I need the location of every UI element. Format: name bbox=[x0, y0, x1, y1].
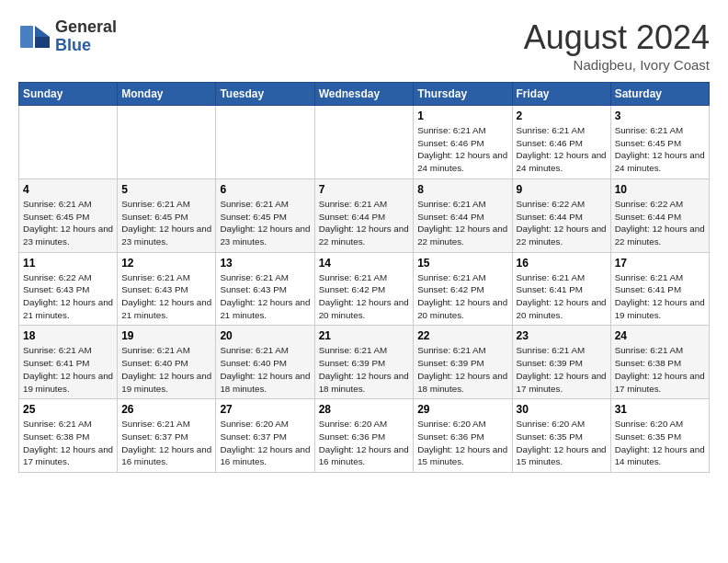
svg-marker-0 bbox=[35, 26, 50, 37]
day-number: 31 bbox=[615, 403, 705, 416]
calendar-cell: 4Sunrise: 6:21 AM Sunset: 6:45 PM Daylig… bbox=[19, 178, 118, 252]
calendar-week-row: 18Sunrise: 6:21 AM Sunset: 6:41 PM Dayli… bbox=[19, 326, 710, 399]
day-number: 3 bbox=[615, 109, 705, 122]
cell-content: Sunrise: 6:21 AM Sunset: 6:43 PM Dayligh… bbox=[220, 271, 310, 322]
calendar-cell: 29Sunrise: 6:20 AM Sunset: 6:36 PM Dayli… bbox=[414, 399, 512, 473]
calendar-cell: 12Sunrise: 6:21 AM Sunset: 6:43 PM Dayli… bbox=[118, 252, 216, 326]
day-number: 12 bbox=[121, 257, 211, 270]
cell-content: Sunrise: 6:20 AM Sunset: 6:37 PM Dayligh… bbox=[220, 418, 310, 468]
day-number: 20 bbox=[220, 329, 310, 342]
day-number: 24 bbox=[615, 329, 705, 342]
day-number: 5 bbox=[121, 183, 211, 196]
cell-content: Sunrise: 6:21 AM Sunset: 6:38 PM Dayligh… bbox=[615, 344, 705, 395]
day-number: 9 bbox=[517, 183, 607, 196]
month-year: August 2024 bbox=[524, 18, 710, 57]
cell-content: Sunrise: 6:20 AM Sunset: 6:36 PM Dayligh… bbox=[417, 418, 507, 468]
cell-content: Sunrise: 6:21 AM Sunset: 6:40 PM Dayligh… bbox=[121, 344, 211, 395]
cell-content: Sunrise: 6:21 AM Sunset: 6:46 PM Dayligh… bbox=[517, 124, 607, 175]
cell-content: Sunrise: 6:21 AM Sunset: 6:41 PM Dayligh… bbox=[615, 271, 705, 322]
day-of-week-header: Thursday bbox=[414, 83, 512, 106]
cell-content: Sunrise: 6:21 AM Sunset: 6:45 PM Dayligh… bbox=[23, 198, 113, 248]
day-number: 11 bbox=[23, 257, 113, 270]
calendar-cell: 21Sunrise: 6:21 AM Sunset: 6:39 PM Dayli… bbox=[314, 326, 414, 399]
calendar-cell: 24Sunrise: 6:21 AM Sunset: 6:38 PM Dayli… bbox=[610, 326, 709, 399]
calendar-cell: 30Sunrise: 6:20 AM Sunset: 6:35 PM Dayli… bbox=[512, 399, 610, 473]
calendar-cell: 11Sunrise: 6:22 AM Sunset: 6:43 PM Dayli… bbox=[19, 252, 118, 326]
cell-content: Sunrise: 6:21 AM Sunset: 6:44 PM Dayligh… bbox=[319, 198, 410, 248]
cell-content: Sunrise: 6:21 AM Sunset: 6:45 PM Dayligh… bbox=[121, 198, 211, 248]
cell-content: Sunrise: 6:21 AM Sunset: 6:39 PM Dayligh… bbox=[417, 344, 507, 395]
calendar-cell: 31Sunrise: 6:20 AM Sunset: 6:35 PM Dayli… bbox=[610, 399, 709, 473]
day-number: 21 bbox=[319, 329, 410, 342]
day-of-week-header: Monday bbox=[118, 83, 216, 106]
cell-content: Sunrise: 6:22 AM Sunset: 6:43 PM Dayligh… bbox=[23, 271, 113, 322]
day-number: 26 bbox=[121, 403, 211, 416]
cell-content: Sunrise: 6:20 AM Sunset: 6:35 PM Dayligh… bbox=[615, 418, 705, 468]
cell-content: Sunrise: 6:21 AM Sunset: 6:44 PM Dayligh… bbox=[417, 198, 507, 248]
cell-content: Sunrise: 6:22 AM Sunset: 6:44 PM Dayligh… bbox=[615, 198, 705, 248]
calendar-cell: 3Sunrise: 6:21 AM Sunset: 6:45 PM Daylig… bbox=[610, 106, 709, 179]
day-number: 13 bbox=[220, 257, 310, 270]
calendar-table: SundayMondayTuesdayWednesdayThursdayFrid… bbox=[18, 82, 710, 473]
cell-content: Sunrise: 6:20 AM Sunset: 6:35 PM Dayligh… bbox=[517, 418, 607, 468]
calendar-cell: 20Sunrise: 6:21 AM Sunset: 6:40 PM Dayli… bbox=[216, 326, 314, 399]
day-of-week-header: Friday bbox=[512, 83, 610, 106]
cell-content: Sunrise: 6:21 AM Sunset: 6:42 PM Dayligh… bbox=[319, 271, 410, 322]
calendar-cell: 10Sunrise: 6:22 AM Sunset: 6:44 PM Dayli… bbox=[610, 178, 709, 252]
calendar-cell: 25Sunrise: 6:21 AM Sunset: 6:38 PM Dayli… bbox=[19, 399, 118, 473]
cell-content: Sunrise: 6:21 AM Sunset: 6:43 PM Dayligh… bbox=[121, 271, 211, 322]
calendar-cell bbox=[19, 106, 118, 179]
day-of-week-header: Sunday bbox=[19, 83, 118, 106]
day-of-week-header: Tuesday bbox=[216, 83, 314, 106]
day-number: 29 bbox=[417, 403, 507, 416]
day-number: 28 bbox=[319, 403, 410, 416]
location: Nadigbeu, Ivory Coast bbox=[524, 57, 710, 73]
calendar-cell: 8Sunrise: 6:21 AM Sunset: 6:44 PM Daylig… bbox=[414, 178, 512, 252]
day-number: 4 bbox=[23, 183, 113, 196]
svg-marker-1 bbox=[35, 37, 50, 48]
day-number: 8 bbox=[417, 183, 507, 196]
day-number: 18 bbox=[23, 329, 113, 342]
cell-content: Sunrise: 6:21 AM Sunset: 6:39 PM Dayligh… bbox=[517, 344, 607, 395]
cell-content: Sunrise: 6:21 AM Sunset: 6:41 PM Dayligh… bbox=[517, 271, 607, 322]
day-number: 7 bbox=[319, 183, 410, 196]
calendar-cell: 6Sunrise: 6:21 AM Sunset: 6:45 PM Daylig… bbox=[216, 178, 314, 252]
cell-content: Sunrise: 6:21 AM Sunset: 6:39 PM Dayligh… bbox=[319, 344, 410, 395]
calendar-week-row: 4Sunrise: 6:21 AM Sunset: 6:45 PM Daylig… bbox=[19, 178, 710, 252]
day-number: 30 bbox=[517, 403, 607, 416]
day-number: 6 bbox=[220, 183, 310, 196]
calendar-cell: 15Sunrise: 6:21 AM Sunset: 6:42 PM Dayli… bbox=[414, 252, 512, 326]
calendar-week-row: 25Sunrise: 6:21 AM Sunset: 6:38 PM Dayli… bbox=[19, 399, 710, 473]
cell-content: Sunrise: 6:21 AM Sunset: 6:45 PM Dayligh… bbox=[615, 124, 705, 175]
cell-content: Sunrise: 6:21 AM Sunset: 6:38 PM Dayligh… bbox=[23, 418, 113, 468]
calendar-cell: 19Sunrise: 6:21 AM Sunset: 6:40 PM Dayli… bbox=[118, 326, 216, 399]
calendar-cell: 28Sunrise: 6:20 AM Sunset: 6:36 PM Dayli… bbox=[314, 399, 414, 473]
cell-content: Sunrise: 6:21 AM Sunset: 6:40 PM Dayligh… bbox=[220, 344, 310, 395]
logo-general: General bbox=[55, 17, 117, 36]
day-number: 2 bbox=[517, 109, 607, 122]
day-number: 27 bbox=[220, 403, 310, 416]
cell-content: Sunrise: 6:21 AM Sunset: 6:46 PM Dayligh… bbox=[417, 124, 507, 175]
day-number: 16 bbox=[517, 257, 607, 270]
cell-content: Sunrise: 6:20 AM Sunset: 6:36 PM Dayligh… bbox=[319, 418, 410, 468]
day-number: 25 bbox=[23, 403, 113, 416]
calendar-week-row: 1Sunrise: 6:21 AM Sunset: 6:46 PM Daylig… bbox=[19, 106, 710, 179]
calendar-cell: 14Sunrise: 6:21 AM Sunset: 6:42 PM Dayli… bbox=[314, 252, 414, 326]
calendar-cell: 2Sunrise: 6:21 AM Sunset: 6:46 PM Daylig… bbox=[512, 106, 610, 179]
svg-rect-2 bbox=[20, 26, 33, 48]
cell-content: Sunrise: 6:21 AM Sunset: 6:42 PM Dayligh… bbox=[417, 271, 507, 322]
calendar-cell: 13Sunrise: 6:21 AM Sunset: 6:43 PM Dayli… bbox=[216, 252, 314, 326]
calendar-cell: 1Sunrise: 6:21 AM Sunset: 6:46 PM Daylig… bbox=[414, 106, 512, 179]
calendar-week-row: 11Sunrise: 6:22 AM Sunset: 6:43 PM Dayli… bbox=[19, 252, 710, 326]
cell-content: Sunrise: 6:21 AM Sunset: 6:41 PM Dayligh… bbox=[23, 344, 113, 395]
cell-content: Sunrise: 6:21 AM Sunset: 6:37 PM Dayligh… bbox=[121, 418, 211, 468]
calendar-cell: 18Sunrise: 6:21 AM Sunset: 6:41 PM Dayli… bbox=[19, 326, 118, 399]
calendar-cell: 7Sunrise: 6:21 AM Sunset: 6:44 PM Daylig… bbox=[314, 178, 414, 252]
cell-content: Sunrise: 6:21 AM Sunset: 6:45 PM Dayligh… bbox=[220, 198, 310, 248]
day-number: 15 bbox=[417, 257, 507, 270]
calendar-cell: 23Sunrise: 6:21 AM Sunset: 6:39 PM Dayli… bbox=[512, 326, 610, 399]
calendar-cell bbox=[118, 106, 216, 179]
calendar-header-row: SundayMondayTuesdayWednesdayThursdayFrid… bbox=[19, 83, 710, 106]
cell-content: Sunrise: 6:22 AM Sunset: 6:44 PM Dayligh… bbox=[517, 198, 607, 248]
calendar-cell: 17Sunrise: 6:21 AM Sunset: 6:41 PM Dayli… bbox=[610, 252, 709, 326]
